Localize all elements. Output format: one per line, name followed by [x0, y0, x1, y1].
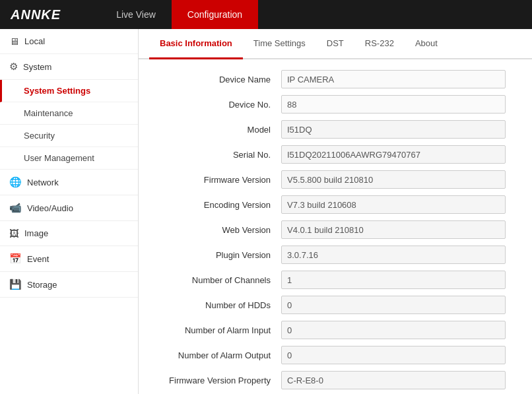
- form-label-5: Encoding Version: [149, 200, 281, 210]
- sidebar-group-network[interactable]: 🌐 Network: [0, 170, 138, 195]
- form-row: Number of Alarm Output: [149, 346, 512, 364]
- sidebar-item-user-management[interactable]: User Management: [0, 147, 138, 170]
- form-label-10: Number of Alarm Input: [149, 325, 281, 335]
- form-input-7[interactable]: [281, 246, 506, 264]
- form-label-11: Number of Alarm Output: [149, 350, 281, 360]
- top-nav: ANNKE Live View Configuration: [0, 0, 532, 29]
- form-input-0[interactable]: [281, 70, 506, 88]
- logo-text: ANNKE: [11, 7, 61, 22]
- sidebar-item-security[interactable]: Security: [0, 125, 138, 147]
- form-input-10[interactable]: [281, 321, 506, 339]
- sidebar-group-local[interactable]: 🖥 Local: [0, 29, 138, 54]
- form-row: Device No.: [149, 95, 512, 114]
- sidebar-group-event[interactable]: 📅 Event: [0, 246, 138, 272]
- form-input-9[interactable]: [281, 296, 506, 314]
- form-input-1[interactable]: [281, 95, 506, 114]
- form-row: Number of Alarm Input: [149, 321, 512, 339]
- video-audio-icon: 📹: [9, 202, 22, 214]
- image-icon: 🖼: [9, 228, 19, 239]
- tab-basic-information[interactable]: Basic Information: [149, 29, 243, 59]
- main-layout: 🖥 Local ⚙ System System Settings Mainten…: [0, 29, 532, 394]
- form-label-3: Serial No.: [149, 150, 281, 160]
- system-icon: ⚙: [9, 61, 18, 73]
- form-row: Plugin Version: [149, 246, 512, 264]
- form-label-8: Number of Channels: [149, 275, 281, 285]
- form-area: Device NameDevice No.ModelSerial No.Firm…: [139, 59, 532, 394]
- form-row: Number of Channels: [149, 271, 512, 289]
- storage-icon: 💾: [9, 279, 22, 290]
- sidebar-group-local-label: Local: [24, 36, 45, 46]
- form-label-9: Number of HDDs: [149, 300, 281, 310]
- form-input-5[interactable]: [281, 195, 506, 214]
- sidebar-group-storage-label: Storage: [27, 280, 57, 290]
- form-row: Encoding Version: [149, 195, 512, 214]
- sidebar-group-storage[interactable]: 💾 Storage: [0, 272, 138, 298]
- sidebar-group-system[interactable]: ⚙ System: [0, 54, 138, 80]
- form-row: Serial No.: [149, 145, 512, 164]
- tab-dst[interactable]: DST: [316, 29, 354, 59]
- sidebar: 🖥 Local ⚙ System System Settings Mainten…: [0, 29, 139, 394]
- sidebar-item-maintenance[interactable]: Maintenance: [0, 102, 138, 125]
- sidebar-group-image-label: Image: [24, 228, 48, 238]
- form-row: Model: [149, 120, 512, 139]
- nav-live-view[interactable]: Live View: [100, 0, 172, 29]
- sidebar-group-system-label: System: [23, 62, 51, 72]
- content-area: Basic Information Time Settings DST RS-2…: [139, 29, 532, 394]
- form-label-6: Web Version: [149, 225, 281, 235]
- form-label-1: Device No.: [149, 100, 281, 110]
- form-input-12[interactable]: [281, 371, 506, 389]
- form-label-7: Plugin Version: [149, 250, 281, 260]
- form-input-8[interactable]: [281, 271, 506, 289]
- form-row: Firmware Version Property: [149, 371, 512, 389]
- local-icon: 🖥: [9, 36, 19, 47]
- form-input-2[interactable]: [281, 120, 506, 139]
- sidebar-group-image[interactable]: 🖼 Image: [0, 221, 138, 246]
- form-input-3[interactable]: [281, 145, 506, 164]
- form-row: Firmware Version: [149, 170, 512, 189]
- form-input-11[interactable]: [281, 346, 506, 364]
- sidebar-group-video-audio-label: Video/Audio: [27, 203, 73, 213]
- tab-time-settings[interactable]: Time Settings: [243, 29, 316, 59]
- form-label-12: Firmware Version Property: [149, 376, 281, 385]
- tab-about[interactable]: About: [405, 29, 448, 59]
- form-input-6[interactable]: [281, 220, 506, 239]
- network-icon: 🌐: [9, 176, 22, 188]
- form-label-0: Device Name: [149, 75, 281, 84]
- event-icon: 📅: [9, 253, 22, 265]
- form-label-2: Model: [149, 125, 281, 135]
- sidebar-group-video-audio[interactable]: 📹 Video/Audio: [0, 195, 138, 221]
- form-label-4: Firmware Version: [149, 175, 281, 185]
- nav-configuration[interactable]: Configuration: [172, 0, 258, 29]
- sidebar-group-network-label: Network: [27, 178, 59, 187]
- tab-rs232[interactable]: RS-232: [354, 29, 405, 59]
- sidebar-item-system-settings[interactable]: System Settings: [0, 80, 138, 102]
- sidebar-group-event-label: Event: [27, 254, 49, 264]
- form-row: Web Version: [149, 220, 512, 239]
- form-row: Device Name: [149, 70, 512, 88]
- tab-bar: Basic Information Time Settings DST RS-2…: [139, 29, 532, 59]
- form-row: Number of HDDs: [149, 296, 512, 314]
- form-input-4[interactable]: [281, 170, 506, 189]
